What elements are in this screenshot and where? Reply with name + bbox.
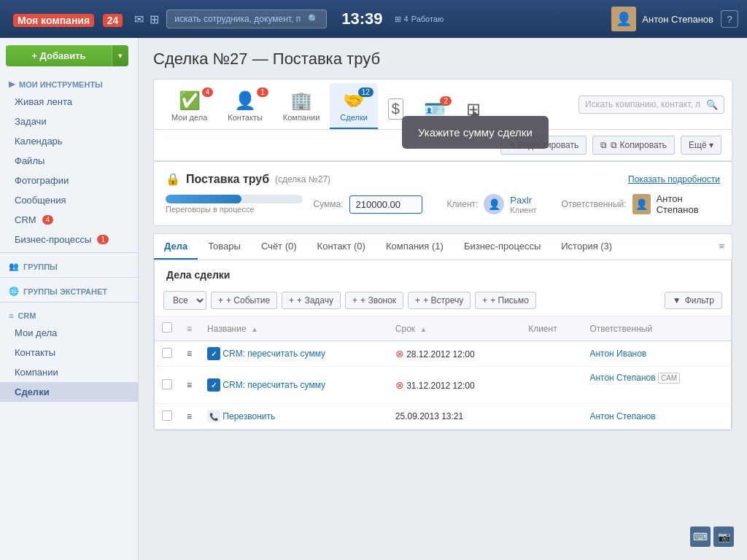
row3-deadline-text: 25.09.2013 13:21 [395, 411, 463, 421]
tab-company[interactable]: Компания (1) [376, 234, 454, 260]
deal-card-header: 🔒 Поставка труб (сделка №27) Показать по… [166, 172, 720, 186]
client-info: Paxlr Клиент [510, 195, 536, 214]
tab-goods[interactable]: Товары [198, 234, 251, 260]
header-deadline: Срок ▲ [388, 316, 521, 341]
companies-label: Компании [283, 113, 320, 122]
tab-contacts[interactable]: 1 👤 Контакты [217, 83, 273, 129]
row3-responsible-link[interactable]: Антон Степанов [589, 411, 655, 421]
deals-table: ≡ Название ▲ Срок ▲ Клиент Ответственный [155, 316, 731, 429]
grid-icon[interactable]: ⊞ [150, 12, 159, 26]
sidebar-item-crm[interactable]: CRM 4 [0, 210, 138, 230]
user-section: 👤 Антон Степанов [611, 7, 713, 31]
sidebar-item-live-feed[interactable]: Живая лента [0, 92, 138, 112]
deals-toolbar: Все + + Событие + + Задачу + + Звонок [155, 285, 731, 316]
row2-checkbox [155, 367, 179, 404]
row2-type-icon: ✓ [207, 378, 220, 392]
row3-deadline: 25.09.2013 13:21 [388, 404, 521, 429]
client-avatar: 👤 [484, 194, 504, 214]
mini-tool-btn-keyboard[interactable]: ⌨ [690, 526, 711, 547]
sidebar-item-my-deals[interactable]: Мои дела [0, 323, 138, 343]
top-bar-icons: ✉ ⊞ [134, 12, 159, 26]
more-button[interactable]: Ещё ▾ [681, 136, 721, 155]
header-checkbox-input[interactable] [162, 322, 172, 332]
sidebar-divider-2 [0, 277, 138, 278]
deal-progress-row: Переговоры в процессе Сумма: Клиент: 👤 P… [166, 193, 720, 215]
message-icon[interactable]: ✉ [134, 12, 144, 26]
deal-progress-fill [166, 195, 241, 203]
deal-details-link[interactable]: Показать подробности [628, 174, 720, 184]
add-main-button[interactable]: + Добавить [6, 45, 112, 66]
row1-checkbox-input[interactable] [162, 348, 172, 358]
add-button-row: + Добавить ▾ [6, 45, 132, 66]
deal-responsible-field: Ответственный: 👤 Антон Степанов [562, 193, 720, 215]
filter-button[interactable]: ▼ Фильтр [665, 292, 722, 309]
tab-deals-table[interactable]: Дела [154, 234, 198, 260]
row2-title-link[interactable]: CRM: пересчитать сумму [222, 380, 325, 390]
add-event-button[interactable]: + + Событие [211, 292, 277, 309]
tab-invoice[interactable]: Счёт (0) [251, 234, 307, 260]
row1-title-link[interactable]: CRM: пересчитать сумму [222, 349, 325, 359]
add-arrow-button[interactable]: ▾ [112, 45, 128, 66]
status-count-icon: ⊞ [395, 15, 401, 24]
deals-section-title: Дела сделки [155, 260, 731, 285]
groups-icon: 👥 [9, 262, 19, 271]
tab-history[interactable]: История (3) [551, 234, 622, 260]
sidebar-divider-3 [0, 302, 138, 303]
biz-process-badge: 1 [97, 235, 109, 244]
user-avatar: 👤 [611, 7, 636, 31]
sidebar-item-tasks[interactable]: Задачи [0, 112, 138, 131]
table-row: ≡ 📞 Перезвонить 25.09.2013 13:21 Антон С… [155, 404, 731, 429]
copy-button[interactable]: ⧉ ⧉ Копировать [592, 136, 675, 155]
tab-contact[interactable]: Контакт (0) [307, 234, 376, 260]
header-icon-col: ≡ [179, 316, 200, 341]
deals-section: Дела сделки Все + + Событие + + Задачу [154, 260, 732, 430]
sidebar-item-files[interactable]: Файлы [0, 151, 138, 171]
sort-arrow-name: ▲ [251, 325, 258, 333]
row3-title-link[interactable]: Перезвонить [222, 411, 275, 421]
add-task-button[interactable]: + + Задачу [282, 292, 341, 309]
add-call-button[interactable]: + + Звонок [345, 292, 403, 309]
sidebar-item-companies[interactable]: Компании [0, 362, 138, 382]
status-count: 4 [404, 15, 409, 23]
sidebar-item-photos[interactable]: Фотографии [0, 171, 138, 190]
tab-deals[interactable]: 12 🤝 Сделки [330, 83, 378, 129]
sidebar-item-deals[interactable]: Сделки [0, 382, 138, 402]
tab-companies[interactable]: 🏢 Компании [273, 83, 330, 129]
add-event-icon: + [218, 295, 223, 306]
tab-menu-icon[interactable]: ≡ [711, 234, 732, 260]
row3-menu-icon: ≡ [179, 404, 200, 429]
row2-overdue-icon: ⊗ [395, 379, 404, 391]
row2-checkbox-input[interactable] [162, 379, 172, 389]
crm-badge: 4 [42, 215, 54, 225]
deal-sum-label: Сумма: [313, 199, 343, 209]
row1-responsible-link[interactable]: Антон Иванов [589, 349, 646, 359]
tooltip-overlay: Укажите сумму сделки [402, 116, 549, 149]
client-name: Paxlr [510, 195, 536, 206]
crm-section-title: ≡ CRM [0, 306, 138, 323]
filter-all-select[interactable]: Все [163, 291, 206, 310]
sidebar-item-messages[interactable]: Сообщения [0, 190, 138, 210]
tab-biz-process[interactable]: Бизнес-процессы [454, 234, 551, 260]
contact-search-input[interactable] [585, 99, 702, 109]
deal-sum-input[interactable] [349, 195, 422, 214]
content-area: Сделка №27 — Поставка труб 4 ✅ Мои дела … [139, 38, 747, 560]
sidebar-item-calendar[interactable]: Календарь [0, 131, 138, 151]
mini-tool-btn-camera[interactable]: 📷 [713, 526, 734, 547]
deals-badge: 12 [358, 88, 374, 97]
row2-action-btn-2[interactable]: ⊞ [607, 383, 622, 397]
deal-client-field: Клиент: 👤 Paxlr Клиент [447, 194, 537, 214]
add-letter-button[interactable]: + + Письмо [475, 292, 536, 309]
sidebar-item-biz-process[interactable]: Бизнес-процессы 1 [0, 230, 138, 249]
add-meeting-button[interactable]: + + Встречу [408, 292, 471, 309]
row2-responsible-link[interactable]: Антон Степанов [589, 373, 655, 383]
row3-checkbox-input[interactable] [162, 411, 172, 421]
companies-icon: 🏢 [290, 90, 312, 111]
help-button[interactable]: ? [721, 10, 738, 28]
sidebar-item-contacts[interactable]: Контакты [0, 343, 138, 362]
deal-title: Поставка труб [186, 173, 269, 186]
tab-my-deals[interactable]: 4 ✅ Мои дела [161, 83, 217, 129]
top-search-input[interactable] [174, 14, 303, 24]
row2-action-btn-1[interactable]: ✕ [589, 383, 604, 397]
header-name: Название ▲ [200, 316, 388, 341]
contact-search-icon: 🔍 [706, 99, 718, 110]
